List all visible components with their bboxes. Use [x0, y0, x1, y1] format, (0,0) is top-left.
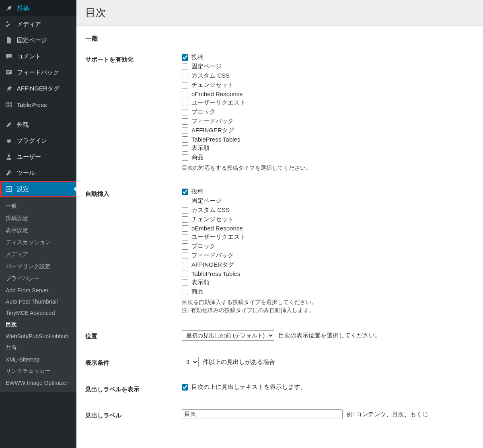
- auto-option: 表示順: [182, 279, 474, 286]
- sidebar-item-label: プラグイン: [17, 137, 47, 145]
- sidebar-item-affingerタグ[interactable]: AFFINGERタグ: [0, 80, 76, 97]
- position-description: 目次の表示位置を選択してください。: [278, 332, 381, 339]
- support-checkbox[interactable]: [182, 100, 188, 106]
- support-option: TablePress Tables: [182, 136, 474, 143]
- support-checkbox[interactable]: [182, 127, 188, 134]
- row-showlabel-label: 見出しラベルを表示: [85, 375, 182, 401]
- support-checkbox[interactable]: [182, 109, 188, 115]
- sidebar-item-投稿[interactable]: 投稿: [0, 0, 76, 16]
- auto-checkbox[interactable]: [182, 279, 188, 286]
- auto-checkbox[interactable]: [182, 289, 188, 295]
- auto-checkbox[interactable]: [182, 207, 188, 214]
- support-option-label: ユーザーリクエスト: [191, 99, 246, 107]
- submenu-item-表示設定[interactable]: 表示設定: [0, 224, 76, 236]
- support-option: カスタム CSS: [182, 72, 474, 80]
- auto-option-label: 表示順: [191, 279, 210, 286]
- auto-option: ブロック: [182, 242, 474, 250]
- support-option: oEmbed Response: [182, 90, 474, 97]
- submenu-item-ewww image optimizer[interactable]: EWWW Image Optimizer: [0, 377, 76, 388]
- submenu-item-auto post thumbnail[interactable]: Auto Post Thumbnail: [0, 296, 76, 307]
- support-checkbox[interactable]: [182, 118, 188, 125]
- auto-option-label: フィードバック: [191, 252, 234, 259]
- sidebar-item-設定[interactable]: 設定: [0, 181, 76, 197]
- sidebar-item-label: 投稿: [17, 4, 29, 12]
- sidebar-item-label: 固定ページ: [17, 37, 47, 44]
- user-icon: [5, 153, 13, 161]
- auto-checkbox[interactable]: [182, 234, 188, 240]
- sidebar-item-label: フィードバック: [17, 69, 59, 76]
- support-option: フィードバック: [182, 117, 474, 125]
- sidebar-item-固定ページ[interactable]: 固定ページ: [0, 32, 76, 48]
- auto-checkbox[interactable]: [182, 189, 188, 195]
- condition-select[interactable]: 3: [182, 357, 199, 367]
- sidebar-item-tablepress[interactable]: TablePress: [0, 97, 76, 113]
- submenu-item-tinymce advanced[interactable]: TinyMCE Advanced: [0, 307, 76, 319]
- submenu-item-メディア[interactable]: メディア: [0, 249, 76, 261]
- support-option-label: TablePress Tables: [191, 136, 240, 143]
- auto-option-label: ブロック: [191, 242, 216, 250]
- submenu-item-リンクチェッカー[interactable]: リンクチェッカー: [0, 365, 76, 377]
- support-checkbox[interactable]: [182, 54, 188, 61]
- pin-icon: [5, 84, 13, 92]
- support-checkbox[interactable]: [182, 82, 188, 88]
- sidebar-item-label: 設定: [17, 185, 29, 193]
- settings-icon: [5, 185, 13, 193]
- auto-checkbox[interactable]: [182, 243, 188, 250]
- auto-option-label: ユーザーリクエスト: [191, 233, 246, 241]
- support-checkbox[interactable]: [182, 91, 188, 97]
- support-option: AFFINGERタグ: [182, 127, 474, 134]
- auto-option-label: AFFINGERタグ: [191, 261, 234, 269]
- support-option: 固定ページ: [182, 63, 474, 70]
- brush-icon: [5, 121, 13, 129]
- support-option-label: フィードバック: [191, 117, 234, 125]
- sidebar-item-コメント[interactable]: コメント: [0, 48, 76, 64]
- support-checkbox[interactable]: [182, 145, 188, 152]
- position-select[interactable]: 最初の見出しの前 (デフォルト): [182, 330, 274, 341]
- condition-rest: 件以上の見出しがある場合: [203, 358, 275, 366]
- auto-checkbox[interactable]: [182, 271, 188, 277]
- sidebar-item-プラグイン[interactable]: プラグイン: [0, 133, 76, 149]
- show-label-checkbox[interactable]: [182, 384, 188, 390]
- tool-icon: [5, 169, 13, 177]
- submenu-item-共有[interactable]: 共有: [0, 342, 76, 354]
- support-option-label: AFFINGERタグ: [191, 127, 234, 134]
- support-checkbox[interactable]: [182, 73, 188, 79]
- submenu-item-プライバシー[interactable]: プライバシー: [0, 273, 76, 285]
- heading-label-input[interactable]: [182, 409, 343, 419]
- auto-option: 商品: [182, 288, 474, 296]
- auto-checkbox[interactable]: [182, 253, 188, 259]
- support-option-label: チェンジセット: [191, 81, 234, 89]
- sidebar-item-ユーザー[interactable]: ユーザー: [0, 149, 76, 165]
- comment-icon: [5, 52, 13, 60]
- support-option: チェンジセット: [182, 81, 474, 89]
- support-description: 目次の対応をする投稿タイプを選択してください。: [182, 164, 474, 172]
- submenu-item-add from server[interactable]: Add From Server: [0, 285, 76, 296]
- section-general-heading: 一般: [85, 26, 474, 45]
- sidebar-item-外観[interactable]: 外観: [0, 117, 76, 133]
- auto-checkbox[interactable]: [182, 225, 188, 232]
- page-icon: [5, 36, 13, 44]
- support-checkbox[interactable]: [182, 154, 188, 161]
- support-option: 表示順: [182, 144, 474, 152]
- sidebar-item-ツール[interactable]: ツール: [0, 165, 76, 181]
- support-checkbox[interactable]: [182, 136, 188, 143]
- auto-option: 投稿: [182, 188, 474, 195]
- support-option: ブロック: [182, 108, 474, 116]
- auto-checkbox[interactable]: [182, 216, 188, 223]
- submenu-item-投稿設定[interactable]: 投稿設定: [0, 212, 76, 224]
- page-header: 目次: [76, 0, 483, 26]
- submenu-item-一般[interactable]: 一般: [0, 200, 76, 212]
- auto-option-label: カスタム CSS: [191, 206, 230, 214]
- submenu-item-ディスカッション[interactable]: ディスカッション: [0, 236, 76, 249]
- submenu-item-xml-sitemap[interactable]: XML-Sitemap: [0, 354, 76, 365]
- auto-checkbox[interactable]: [182, 198, 188, 204]
- submenu-item-websub/pubsubhubbub[interactable]: WebSub/PubSubHubbub: [0, 331, 76, 342]
- auto-checkbox[interactable]: [182, 262, 188, 268]
- support-checkbox[interactable]: [182, 64, 188, 70]
- sidebar-item-フィードバック[interactable]: フィードバック: [0, 64, 76, 80]
- row-condition-label: 表示条件: [85, 349, 182, 375]
- submenu-item-パーマリンク設定[interactable]: パーマリンク設定: [0, 261, 76, 273]
- row-position-label: 位置: [85, 322, 182, 349]
- sidebar-item-メディア[interactable]: メディア: [0, 16, 76, 32]
- submenu-item-目次[interactable]: 目次: [0, 319, 76, 331]
